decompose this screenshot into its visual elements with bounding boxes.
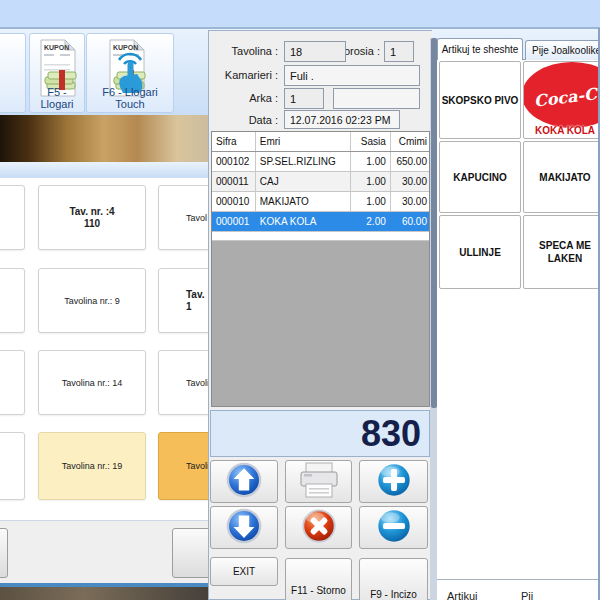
data-field[interactable]: 12.07.2016 02:23 PM — [284, 110, 400, 129]
data-label: Data : — [208, 114, 278, 126]
column-header-sifra[interactable]: Sifra — [212, 132, 256, 151]
table-button-label: Tavoli — [159, 460, 209, 472]
arka-label: Arka : — [208, 92, 278, 104]
product-label: MAKIJATO — [539, 171, 590, 184]
cancel-icon — [300, 507, 338, 549]
kamarieri-value: Fuli . — [290, 70, 314, 82]
cell-cmimi: 60.00 — [391, 212, 429, 231]
move-down-button[interactable] — [210, 506, 278, 549]
porosia-field[interactable]: 1 — [384, 41, 414, 62]
cell-cmimi: 30.00 — [391, 192, 429, 211]
exit-button-label: EXIT — [233, 566, 255, 577]
order-total-display: 830 — [210, 410, 430, 457]
window-title-band — [0, 0, 600, 27]
table-row[interactable]: 000102 SP.SEL.RIZLING 1.00 650.00 — [212, 152, 429, 172]
table-button-partial[interactable] — [0, 432, 25, 500]
cell-sasia: 1.00 — [351, 192, 391, 211]
up-arrow-icon — [225, 461, 263, 503]
exit-button[interactable]: EXIT — [210, 557, 278, 586]
cancel-item-button[interactable] — [285, 506, 352, 549]
column-header-cmimi[interactable]: Cmimi — [391, 132, 429, 151]
tab-pije-joalkoolike[interactable]: Pije Joalkoolike — [525, 40, 600, 60]
table-button-label: Tavolina nr.: 9 — [64, 295, 120, 307]
column-header-emri[interactable]: Emri — [256, 132, 351, 151]
cell-sifra: 000011 — [212, 172, 256, 191]
svg-text:KUPON: KUPON — [44, 44, 69, 51]
table-button-label: Tavolina nr.: 14 — [62, 377, 123, 389]
tavolina-value: 18 — [290, 46, 302, 58]
column-header-sasia[interactable]: Sasia — [351, 132, 391, 151]
product-label: KAPUCINO — [453, 171, 506, 184]
table-button-tav-4[interactable]: Tav. nr. :4 110 — [38, 185, 146, 250]
cell-emri: SP.SEL.RIZLING — [256, 152, 351, 171]
cell-emri: KOKA KOLA — [256, 212, 351, 231]
table-button-label: Tavoli — [159, 377, 209, 389]
f5-llogari-button[interactable]: KUPON F5 - Llogari — [29, 33, 85, 113]
background-blue-strip — [0, 162, 208, 178]
move-up-button[interactable] — [210, 460, 278, 503]
f11-storno-button[interactable]: F11 - Storno — [285, 558, 352, 600]
kamarieri-label: Kamarieri : — [208, 69, 278, 81]
toolbar-button-label: Touch — [0, 98, 25, 110]
table-button-partial[interactable] — [0, 268, 25, 333]
table-button-amount: 110 — [84, 218, 100, 230]
bottom-bar-button-partial[interactable] — [0, 528, 8, 578]
table-button-tav-19[interactable]: Tavolina nr.: 19 — [38, 432, 146, 500]
cell-sifra: 000001 — [212, 212, 256, 231]
pos-application-window: Touch KUPON F5 - Llogari — [0, 0, 600, 600]
table-button-label: Tav. nr. :4 — [69, 206, 114, 218]
arka-field[interactable]: 1 — [284, 88, 324, 109]
product-label: SKOPSKO PIVO — [442, 94, 519, 107]
table-header-row: Sifra Emri Sasia Cmimi — [212, 132, 429, 152]
toolbar-button-label: F5 - Llogari — [30, 86, 84, 110]
product-button-speca-me-laken[interactable]: SPECA ME LAKEN — [523, 215, 600, 289]
down-arrow-icon — [225, 507, 263, 549]
product-label: SPECA ME LAKEN — [532, 239, 598, 265]
table-button-amount: 1 — [159, 301, 192, 313]
table-button-tav-14[interactable]: Tavolina nr.: 14 — [38, 350, 146, 415]
table-empty-row — [212, 232, 429, 241]
tab-label: Artikuj te sheshte — [442, 44, 519, 55]
cell-sasia: 1.00 — [351, 152, 391, 171]
plus-icon — [375, 461, 413, 503]
table-row[interactable]: 000011 CAJ 1.00 30.00 — [212, 172, 429, 192]
print-button[interactable] — [285, 460, 352, 503]
table-row[interactable]: 000010 MAKIJATO 1.00 30.00 — [212, 192, 429, 212]
table-button-partial[interactable] — [0, 185, 25, 250]
arka-field-2[interactable] — [333, 88, 420, 109]
f11-storno-label: F11 - Storno — [286, 585, 351, 596]
tavolina-label: Tavolina : — [208, 45, 278, 57]
porosia-value: 1 — [390, 46, 396, 58]
cell-sasia: 2.00 — [351, 212, 391, 231]
add-item-button[interactable] — [359, 460, 428, 503]
cell-sasia: 1.00 — [351, 172, 391, 191]
tavolina-field[interactable]: 18 — [284, 41, 346, 62]
product-button-makijato[interactable]: MAKIJATO — [523, 141, 600, 213]
table-button-partial[interactable] — [0, 350, 25, 415]
table-button-label: Tavolina nr.: 19 — [62, 460, 123, 472]
product-button-koka-kola[interactable]: Coca-Cola KOKA KOLA — [523, 61, 600, 139]
background-photo-bottom — [0, 587, 208, 600]
toolbar-button-label: F6 - Llogari Touch — [87, 86, 173, 110]
cell-sifra: 000010 — [212, 192, 256, 211]
tab-artikuj-te-sheshte[interactable]: Artikuj te sheshte — [437, 38, 523, 60]
cell-cmimi: 30.00 — [391, 172, 429, 191]
remove-item-button[interactable] — [359, 506, 428, 549]
minus-icon — [375, 507, 413, 549]
order-total-value: 830 — [361, 413, 421, 455]
bottom-tab-fragment[interactable]: Pij — [521, 590, 533, 600]
printer-icon — [297, 461, 341, 503]
product-button-skopsko-pivo[interactable]: SKOPSKO PIVO — [439, 61, 521, 139]
toolbar-button-partial-touch[interactable]: Touch — [0, 33, 26, 113]
f9-incizo-button[interactable]: F9 - Incizo — [359, 558, 428, 600]
f9-incizo-label: F9 - Incizo — [360, 589, 427, 600]
table-row-selected[interactable]: 000001 KOKA KOLA 2.00 60.00 — [212, 212, 429, 232]
product-button-ullinje[interactable]: ULLINJE — [439, 215, 521, 289]
table-button-tav-9[interactable]: Tavolina nr.: 9 — [38, 268, 146, 333]
tab-label: Pije Joalkoolike — [532, 45, 600, 56]
f6-llogari-touch-button[interactable]: KUPON F6 - Llogari Touch — [86, 33, 174, 113]
table-button-label: Tav. — [159, 289, 205, 301]
product-button-kapucino[interactable]: KAPUCINO — [439, 141, 521, 213]
bottom-tab-fragment[interactable]: Artikuj — [447, 590, 478, 600]
kamarieri-field[interactable]: Fuli . — [284, 65, 420, 86]
